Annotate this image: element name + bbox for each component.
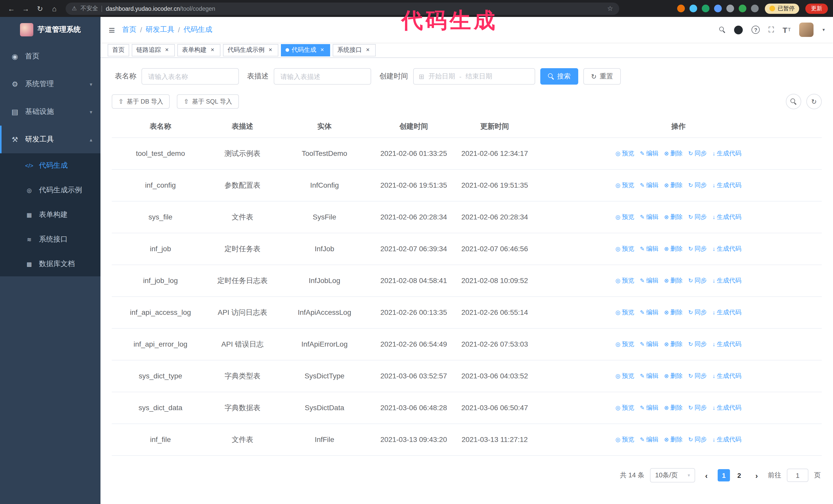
table-row[interactable]: sys_dict_data 字典数据表 SysDictData 2021-03-… bbox=[112, 392, 822, 424]
delete-link[interactable]: ⊗删除 bbox=[664, 148, 683, 159]
menu-item[interactable]: ▤ 基础设施 ▾ bbox=[0, 98, 100, 126]
view-tab[interactable]: 首页 × bbox=[108, 44, 129, 56]
submenu-item[interactable]: ▩ 数据库文档 bbox=[0, 252, 100, 277]
preview-link[interactable]: ◎预览 bbox=[615, 434, 634, 445]
fullscreen-icon[interactable]: ⛶ bbox=[769, 25, 774, 34]
forward-icon[interactable]: → bbox=[20, 2, 32, 15]
edit-link[interactable]: ✎编辑 bbox=[640, 307, 658, 318]
preview-link[interactable]: ◎预览 bbox=[615, 148, 634, 159]
edit-link[interactable]: ✎编辑 bbox=[640, 148, 658, 159]
close-tab-icon[interactable]: × bbox=[267, 47, 274, 53]
address-bar[interactable]: ⚠ 不安全 dashboard.yudao.iocoder.cn/tool/co… bbox=[66, 2, 619, 15]
table-row[interactable]: sys_dict_type 字典类型表 SysDictType 2021-03-… bbox=[112, 360, 822, 392]
sync-link[interactable]: ↻同步 bbox=[688, 403, 707, 413]
preview-link[interactable]: ◎预览 bbox=[615, 307, 634, 318]
submenu-item[interactable]: ◎ 代码生成示例 bbox=[0, 178, 100, 202]
generate-code-link[interactable]: ↓生成代码 bbox=[713, 212, 741, 222]
table-row[interactable]: inf_job 定时任务表 InfJob 2021-02-07 06:39:34… bbox=[112, 233, 822, 265]
user-avatar[interactable] bbox=[800, 23, 814, 37]
delete-link[interactable]: ⊗删除 bbox=[664, 371, 683, 381]
table-row[interactable]: inf_job_log 定时任务日志表 InfJobLog 2021-02-08… bbox=[112, 265, 822, 297]
menu-item[interactable]: ◉ 首页 bbox=[0, 43, 100, 70]
next-page-button[interactable]: › bbox=[751, 471, 762, 480]
reset-button[interactable]: ↻ 重置 bbox=[584, 68, 621, 85]
bookmark-star-icon[interactable]: ☆ bbox=[607, 5, 613, 12]
breadcrumb-link[interactable]: 代码生成 bbox=[184, 25, 212, 34]
delete-link[interactable]: ⊗删除 bbox=[664, 403, 683, 413]
preview-link[interactable]: ◎预览 bbox=[615, 212, 634, 222]
generate-code-link[interactable]: ↓生成代码 bbox=[713, 339, 741, 350]
edit-link[interactable]: ✎编辑 bbox=[640, 180, 658, 191]
delete-link[interactable]: ⊗删除 bbox=[664, 243, 683, 254]
generate-code-link[interactable]: ↓生成代码 bbox=[713, 275, 741, 286]
edit-link[interactable]: ✎编辑 bbox=[640, 212, 658, 222]
help-icon[interactable]: ? bbox=[752, 26, 760, 34]
hamburger-icon[interactable]: ≡ bbox=[109, 24, 115, 35]
generate-code-link[interactable]: ↓生成代码 bbox=[713, 434, 741, 445]
font-size-icon[interactable]: TT bbox=[783, 25, 791, 34]
generate-code-link[interactable]: ↓生成代码 bbox=[713, 307, 741, 318]
back-icon[interactable]: ← bbox=[5, 2, 18, 15]
extension-icon[interactable] bbox=[677, 5, 685, 12]
preview-link[interactable]: ◎预览 bbox=[615, 403, 634, 413]
sync-link[interactable]: ↻同步 bbox=[688, 307, 707, 318]
extension-icon[interactable] bbox=[702, 5, 710, 12]
sync-link[interactable]: ↻同步 bbox=[688, 434, 707, 445]
import-db-button[interactable]: ⇧ 基于 DB 导入 bbox=[112, 94, 170, 109]
edit-link[interactable]: ✎编辑 bbox=[640, 339, 658, 350]
preview-link[interactable]: ◎预览 bbox=[615, 339, 634, 350]
preview-link[interactable]: ◎预览 bbox=[615, 371, 634, 381]
preview-link[interactable]: ◎预览 bbox=[615, 180, 634, 191]
toggle-search-button[interactable] bbox=[786, 94, 801, 109]
delete-link[interactable]: ⊗删除 bbox=[664, 434, 683, 445]
delete-link[interactable]: ⊗删除 bbox=[664, 212, 683, 222]
edit-link[interactable]: ✎编辑 bbox=[640, 243, 658, 254]
delete-link[interactable]: ⊗删除 bbox=[664, 180, 683, 191]
table-row[interactable]: inf_api_error_log API 错误日志 InfApiErrorLo… bbox=[112, 329, 822, 360]
sync-link[interactable]: ↻同步 bbox=[688, 212, 707, 222]
view-tab[interactable]: 系统接口 × bbox=[333, 44, 376, 56]
search-button[interactable]: 搜索 bbox=[540, 68, 578, 85]
view-tab[interactable]: 代码生成示例 × bbox=[223, 44, 278, 56]
sync-link[interactable]: ↻同步 bbox=[688, 180, 707, 191]
page-number-button[interactable]: 2 bbox=[733, 469, 745, 481]
sync-link[interactable]: ↻同步 bbox=[688, 371, 707, 381]
prev-page-button[interactable]: ‹ bbox=[701, 471, 712, 480]
table-row[interactable]: inf_config 参数配置表 InfConfig 2021-02-06 19… bbox=[112, 170, 822, 201]
home-icon[interactable]: ⌂ bbox=[48, 2, 61, 15]
generate-code-link[interactable]: ↓生成代码 bbox=[713, 371, 741, 381]
extension-icon[interactable] bbox=[727, 5, 734, 12]
preview-link[interactable]: ◎预览 bbox=[615, 275, 634, 286]
menu-item[interactable]: ⚙ 系统管理 ▾ bbox=[0, 70, 100, 98]
security-label[interactable]: 不安全 bbox=[80, 5, 98, 12]
submenu-item[interactable]: ≋ 系统接口 bbox=[0, 227, 100, 252]
goto-page-input[interactable] bbox=[787, 469, 808, 482]
import-sql-button[interactable]: ⇧ 基于 SQL 导入 bbox=[177, 94, 239, 109]
reload-icon[interactable]: ↻ bbox=[34, 2, 46, 15]
paused-badge[interactable]: 已暂停 bbox=[765, 3, 799, 14]
submenu-item[interactable]: </> 代码生成 bbox=[0, 153, 100, 178]
sync-link[interactable]: ↻同步 bbox=[688, 148, 707, 159]
search-icon[interactable] bbox=[719, 27, 725, 33]
preview-link[interactable]: ◎预览 bbox=[615, 243, 634, 254]
table-row[interactable]: inf_api_access_log API 访问日志表 InfApiAcces… bbox=[112, 297, 822, 329]
table-name-input[interactable] bbox=[147, 72, 233, 81]
table-row[interactable]: sys_file 文件表 SysFile 2021-02-06 20:28:34… bbox=[112, 201, 822, 233]
generate-code-link[interactable]: ↓生成代码 bbox=[713, 180, 741, 191]
extension-icon[interactable] bbox=[689, 5, 697, 12]
menu-item[interactable]: ⚒ 研发工具 ▴ bbox=[0, 126, 100, 153]
edit-link[interactable]: ✎编辑 bbox=[640, 275, 658, 286]
generate-code-link[interactable]: ↓生成代码 bbox=[713, 148, 741, 159]
table-row[interactable]: inf_file 文件表 InfFile 2021-03-13 09:43:20… bbox=[112, 424, 822, 456]
breadcrumb-link[interactable]: 研发工具 bbox=[146, 25, 174, 34]
github-icon[interactable] bbox=[734, 25, 743, 34]
refresh-table-button[interactable]: ↻ bbox=[806, 94, 822, 109]
submenu-item[interactable]: ▦ 表单构建 bbox=[0, 202, 100, 227]
view-tab[interactable]: 链路追踪 × bbox=[132, 44, 175, 56]
close-tab-icon[interactable]: × bbox=[364, 47, 371, 53]
date-range-picker[interactable]: ⊞ 开始日期 - 结束日期 bbox=[413, 68, 535, 85]
generate-code-link[interactable]: ↓生成代码 bbox=[713, 403, 741, 413]
extension-icon[interactable] bbox=[751, 5, 759, 12]
delete-link[interactable]: ⊗删除 bbox=[664, 275, 683, 286]
close-tab-icon[interactable]: × bbox=[164, 47, 170, 53]
